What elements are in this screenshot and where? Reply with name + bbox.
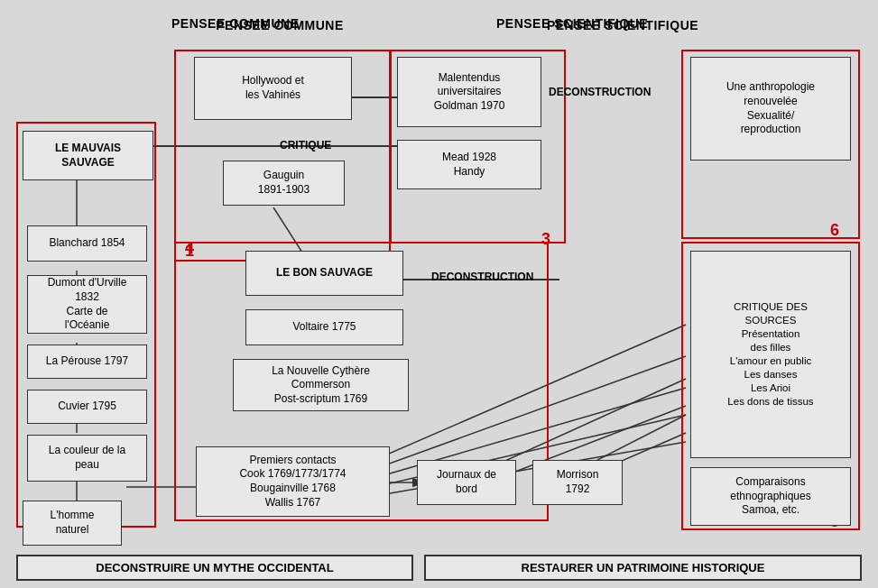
box-comparaisons: Comparaisons ethnographiques Samoa, etc. [690, 467, 851, 526]
box-bon-sauvage: LE BON SAUVAGE [245, 251, 403, 296]
number-6: 6 [830, 221, 839, 240]
deconstruction-mid-label: DECONSTRUCTION [431, 271, 533, 283]
deconstruction-top-label: DECONSTRUCTION [549, 86, 651, 98]
box-laperouse: La Pérouse 1797 [27, 345, 147, 379]
box-morrison: Morrison 1792 [532, 460, 623, 505]
critique-label: CRITIQUE [280, 139, 331, 152]
box-nouvelle-cythere: La Nouvelle Cythère Commerson Post-scrip… [233, 359, 409, 411]
box-journaux: Journaux de bord [417, 460, 516, 505]
number-1: 1 [185, 242, 194, 261]
box-cuvier: Cuvier 1795 [27, 390, 147, 424]
box-lhomme-naturel: L'homme naturel [23, 501, 122, 546]
box-mead: Mead 1928 Handy [397, 140, 541, 189]
diagram-container: { "title": "Diagram about anthropology a… [0, 0, 878, 588]
box-voltaire: Voltaire 1775 [245, 309, 403, 345]
box-malentendus: Malentendus universitaires Goldman 1970 [397, 57, 541, 127]
box-blanchard: Blanchard 1854 [27, 225, 147, 262]
pensee-commune-header: PENSEE COMMUNE [171, 16, 300, 31]
box-hollywood: Hollywood et les Vahinés [194, 57, 352, 120]
box-critique-des-sources: CRITIQUE DES SOURCES Présentation des fi… [690, 251, 851, 458]
box-dumont: Dumont d'Urville 1832 Carte de l'Océanie [27, 275, 147, 334]
box-gauguin: Gauguin 1891-1903 [223, 161, 345, 206]
bottom-label-restaurer: RESTAURER UN PATRIMOINE HISTORIQUE [424, 555, 862, 581]
box-mauvais-sauvage: LE MAUVAIS SAUVAGE [23, 131, 153, 180]
bottom-label-deconstruire: DECONSTRUIRE UN MYTHE OCCIDENTAL [16, 555, 413, 581]
box-premiers-contacts: Premiers contacts Cook 1769/1773/1774 Bo… [196, 446, 390, 517]
pensee-scientifique-header: PENSEE SCIENTIFIQUE [496, 16, 648, 31]
box-une-anthropologie: Une anthropologie renouvelée Sexualité/ … [690, 57, 851, 161]
box-couleur: La couleur de la peau [27, 435, 147, 482]
